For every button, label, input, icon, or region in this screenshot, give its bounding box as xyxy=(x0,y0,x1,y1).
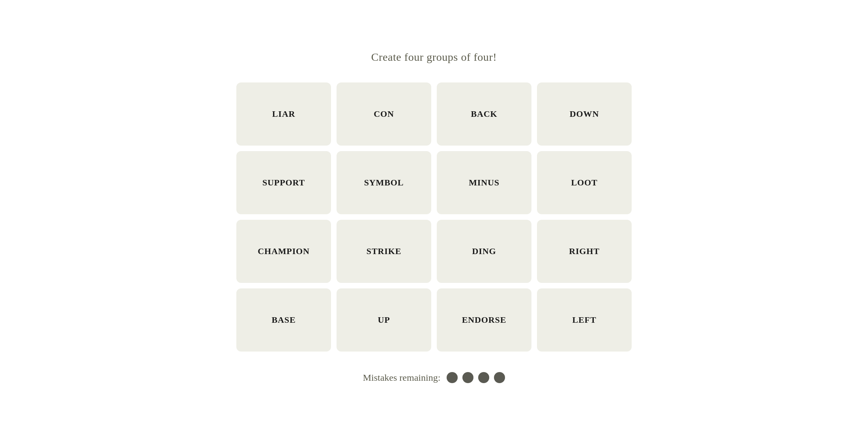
tile-champion-label: CHAMPION xyxy=(258,246,310,256)
tile-symbol-label: SYMBOL xyxy=(364,178,404,188)
tile-back[interactable]: BACK xyxy=(437,82,531,146)
mistake-dot-4 xyxy=(494,372,505,383)
tile-left-label: LEFT xyxy=(572,315,597,325)
tile-endorse-label: ENDORSE xyxy=(462,315,507,325)
mistakes-label: Mistakes remaining: xyxy=(363,372,441,383)
tile-loot-label: LOOT xyxy=(571,178,597,188)
tile-liar-label: LIAR xyxy=(272,109,296,119)
tile-left[interactable]: LEFT xyxy=(537,288,632,352)
tile-symbol[interactable]: SYMBOL xyxy=(337,151,431,214)
mistakes-dots xyxy=(447,372,505,383)
tile-minus-label: MINUS xyxy=(469,178,499,188)
tile-up-label: UP xyxy=(378,315,390,325)
tile-liar[interactable]: LIAR xyxy=(236,82,331,146)
tile-support-label: SUPPORT xyxy=(262,178,305,188)
tile-ding[interactable]: DING xyxy=(437,220,531,283)
tile-right[interactable]: RIGHT xyxy=(537,220,632,283)
tile-back-label: BACK xyxy=(471,109,497,119)
tile-base-label: BASE xyxy=(272,315,296,325)
tile-con-label: CON xyxy=(374,109,394,119)
tile-endorse[interactable]: ENDORSE xyxy=(437,288,531,352)
page-subtitle: Create four groups of four! xyxy=(371,51,497,64)
tile-down-label: DOWN xyxy=(570,109,599,119)
mistake-dot-3 xyxy=(478,372,489,383)
tile-ding-label: DING xyxy=(472,246,496,256)
tile-minus[interactable]: MINUS xyxy=(437,151,531,214)
tile-strike-label: STRIKE xyxy=(367,246,401,256)
tile-loot[interactable]: LOOT xyxy=(537,151,632,214)
puzzle-grid: LIARCONBACKDOWNSUPPORTSYMBOLMINUSLOOTCHA… xyxy=(236,82,632,352)
tile-strike[interactable]: STRIKE xyxy=(337,220,431,283)
tile-down[interactable]: DOWN xyxy=(537,82,632,146)
mistakes-row: Mistakes remaining: xyxy=(363,372,505,383)
tile-up[interactable]: UP xyxy=(337,288,431,352)
tile-base[interactable]: BASE xyxy=(236,288,331,352)
tile-con[interactable]: CON xyxy=(337,82,431,146)
tile-right-label: RIGHT xyxy=(569,246,600,256)
mistake-dot-2 xyxy=(462,372,473,383)
tile-support[interactable]: SUPPORT xyxy=(236,151,331,214)
tile-champion[interactable]: CHAMPION xyxy=(236,220,331,283)
mistake-dot-1 xyxy=(447,372,458,383)
